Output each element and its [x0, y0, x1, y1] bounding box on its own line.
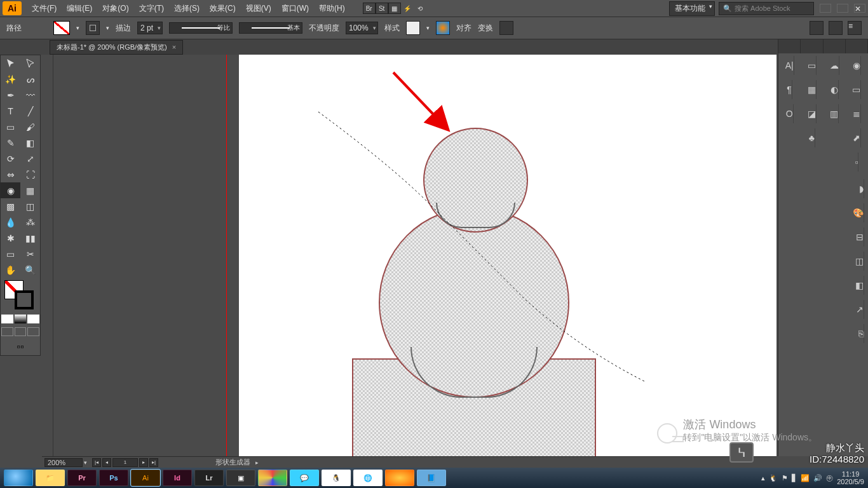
mesh-tool[interactable]: ▩	[1, 198, 20, 214]
essentials-icon[interactable]	[810, 21, 824, 35]
graphic-styles-icon[interactable]: ▭	[852, 80, 861, 99]
transform-panel-icon[interactable]: ▦	[808, 80, 817, 99]
graphic-style[interactable]	[406, 21, 420, 35]
arrange-docs-icon[interactable]: ▦	[388, 3, 401, 14]
slice-tool[interactable]: ✂	[20, 246, 40, 262]
artboards-panel-icon[interactable]: ▫	[855, 152, 858, 172]
artboard-number[interactable]: 1	[112, 458, 138, 467]
screen-mode[interactable]: ▫▫	[1, 339, 40, 355]
layers-panel-icon[interactable]: ≣	[853, 104, 861, 123]
shape-builder-tool[interactable]: ◉	[1, 182, 20, 198]
zoom-tool[interactable]: 🔍	[20, 262, 40, 278]
stroke-dropdown-icon[interactable]: ▾	[106, 25, 109, 31]
taskbar-app-qq[interactable]: 🐧	[322, 470, 351, 486]
type-tool[interactable]: T	[1, 103, 20, 119]
taskbar-app-firefox[interactable]	[385, 470, 414, 486]
draw-normal[interactable]	[1, 327, 13, 336]
line-tool[interactable]: ╱	[20, 103, 40, 119]
tray-ime-icon[interactable]: ㊥	[826, 473, 833, 483]
rotate-tool[interactable]: ⟳	[1, 151, 20, 166]
tray-battery-icon[interactable]: ▋	[792, 474, 797, 482]
gradient-panel-icon[interactable]: ◫	[855, 252, 864, 271]
align-panel-icon[interactable]: ▭	[808, 56, 817, 75]
column-graph-tool[interactable]: ▮▮	[20, 230, 40, 246]
tray-qq-icon[interactable]: 🐧	[769, 474, 778, 482]
taskbar-app-browser[interactable]	[4, 470, 33, 486]
taskbar-app-illustrator[interactable]: Ai	[131, 470, 160, 486]
fill-dropdown-icon[interactable]: ▾	[76, 25, 79, 31]
stroke-panel-icon[interactable]: ⊟	[856, 227, 864, 247]
window-close[interactable]: ✕	[854, 4, 865, 13]
appearance-panel-icon[interactable]: ◉	[853, 56, 861, 75]
dock-tab[interactable]	[846, 39, 868, 53]
taskbar-app-chrome[interactable]: 🌐	[353, 470, 383, 486]
taskbar-app-xtreme[interactable]	[258, 470, 287, 486]
taskbar-app-indesign[interactable]: Id	[163, 470, 192, 486]
next-artboard-icon[interactable]: ▸	[139, 458, 148, 467]
tray-up-icon[interactable]: ▴	[761, 474, 765, 482]
transform-label[interactable]: 变换	[478, 23, 493, 34]
opacity-input[interactable]: 100%	[346, 22, 378, 34]
lasso-tool[interactable]: ᔕ	[20, 71, 40, 87]
fill-stroke-control[interactable]	[1, 278, 40, 313]
character-panel-icon[interactable]: A|	[785, 56, 794, 75]
eyedropper-tool[interactable]: 💧	[1, 214, 20, 230]
canvas-area[interactable]	[42, 55, 776, 456]
eraser-tool[interactable]: ◧	[20, 135, 40, 151]
tray-volume-icon[interactable]: 🔊	[813, 474, 822, 482]
blend-tool[interactable]: ⁂	[20, 214, 40, 230]
transparency-panel-icon[interactable]: ◧	[855, 276, 864, 295]
pen-tool[interactable]: ✒	[1, 87, 20, 103]
taskbar-app-photoshop[interactable]: Ps	[99, 470, 128, 486]
menu-type[interactable]: 文字(T)	[134, 3, 169, 14]
symbols-panel-icon[interactable]: ♣	[809, 128, 815, 147]
paintbrush-tool[interactable]: 🖌	[20, 119, 40, 135]
menu-object[interactable]: 对象(O)	[97, 3, 133, 14]
prefs-icon[interactable]: ≡	[848, 21, 862, 35]
draw-inside[interactable]	[27, 327, 39, 336]
fill-swatch[interactable]	[53, 21, 70, 35]
stock-search[interactable]: 🔍搜索 Adobe Stock	[719, 2, 814, 15]
stroke-swatch[interactable]	[86, 21, 100, 35]
menu-window[interactable]: 窗口(W)	[276, 3, 314, 14]
gradient-tool[interactable]: ◫	[20, 198, 40, 214]
close-tab-icon[interactable]: ×	[172, 43, 176, 51]
selection-tool[interactable]	[1, 55, 20, 71]
dock-tab[interactable]	[801, 39, 823, 53]
hand-tool[interactable]: ✋	[1, 262, 20, 278]
guide-line[interactable]	[226, 55, 227, 456]
prev-artboard-icon[interactable]: ◂	[102, 458, 111, 467]
direct-selection-tool[interactable]	[20, 55, 40, 71]
window-minimize[interactable]	[820, 4, 831, 13]
links-panel-icon[interactable]: ⎘	[858, 324, 864, 343]
align-label[interactable]: 对齐	[456, 23, 471, 34]
first-artboard-icon[interactable]: |◂	[92, 458, 101, 467]
width-tool[interactable]: ⇔	[1, 166, 20, 182]
shaper-tool[interactable]: ✎	[1, 135, 20, 151]
menu-effect[interactable]: 效果(C)	[205, 3, 241, 14]
dock-tab[interactable]	[778, 39, 801, 53]
color-mode-solid[interactable]	[1, 315, 13, 323]
swatches-panel-icon[interactable]: ▥	[830, 104, 839, 123]
style-dropdown-icon[interactable]: ▾	[426, 25, 430, 31]
brush-definition[interactable]: 基本	[239, 22, 302, 34]
dock-tab[interactable]	[824, 39, 846, 53]
document-tab[interactable]: 未标题-1* @ 200% (RGB/像素预览) ×	[50, 40, 183, 55]
align-panel-icon[interactable]	[829, 21, 843, 35]
menu-edit[interactable]: 编辑(E)	[62, 3, 97, 14]
cc-libraries-icon[interactable]: ☁	[830, 56, 839, 75]
draw-behind[interactable]	[15, 327, 27, 336]
sync-icon[interactable]: ⟲	[414, 3, 426, 14]
recolor-artwork-icon[interactable]	[436, 21, 450, 35]
bridge-icon[interactable]: Br	[363, 3, 376, 14]
tray-time[interactable]: 11:19	[837, 470, 864, 478]
taskbar-app-explorer[interactable]: 📁	[36, 470, 65, 486]
menu-help[interactable]: 帮助(H)	[314, 3, 350, 14]
menu-file[interactable]: 文件(F)	[27, 3, 62, 14]
stroke-color[interactable]	[15, 290, 34, 309]
scale-tool[interactable]: ⤢	[20, 151, 40, 166]
pathfinder-panel-icon[interactable]: ◪	[808, 104, 817, 123]
perspective-grid-tool[interactable]: ▦	[20, 182, 40, 198]
taskbar-app-notes[interactable]: 📘	[417, 470, 446, 486]
taskbar-app-media[interactable]: ▣	[226, 470, 255, 486]
